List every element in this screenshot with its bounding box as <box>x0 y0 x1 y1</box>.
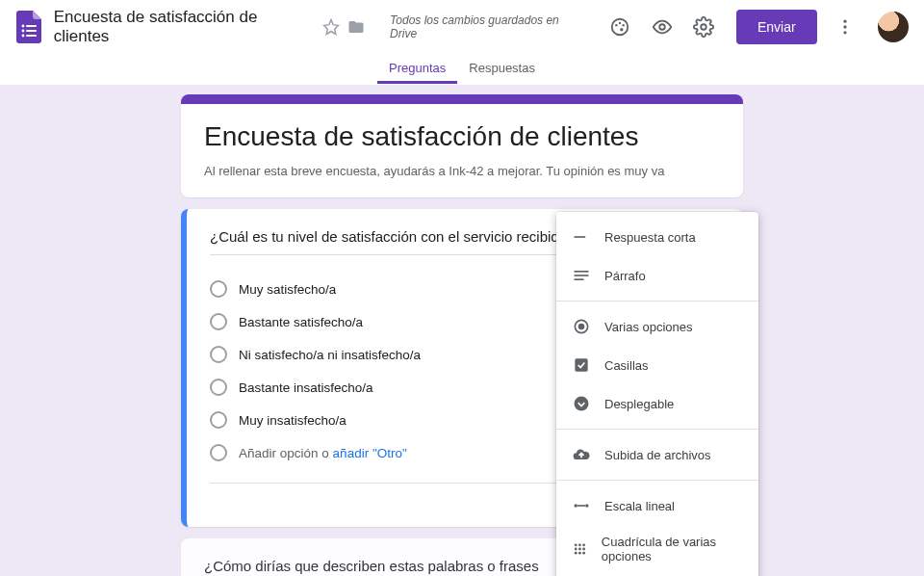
svg-point-30 <box>582 543 585 546</box>
svg-point-35 <box>578 552 581 555</box>
option-label[interactable]: Muy insatisfecho/a <box>239 413 346 428</box>
add-option-or-word: o <box>321 446 329 460</box>
radio-icon <box>210 411 227 429</box>
svg-point-31 <box>575 548 578 551</box>
qtype-mc-grid[interactable]: Cuadrícula de varias opciones <box>556 525 758 573</box>
svg-point-9 <box>622 24 624 26</box>
form-tabs: Preguntas Respuestas <box>0 54 924 85</box>
qtype-checkboxes[interactable]: Casillas <box>556 346 758 384</box>
svg-point-4 <box>21 35 24 38</box>
svg-point-25 <box>575 504 578 507</box>
menu-separator <box>556 429 758 430</box>
svg-point-7 <box>615 24 617 26</box>
forms-logo-icon <box>15 10 42 44</box>
radio-icon <box>210 280 227 298</box>
add-other-link[interactable]: añadir "Otro" <box>333 446 407 460</box>
menu-separator <box>556 301 758 301</box>
svg-point-32 <box>578 548 581 551</box>
send-button[interactable]: Enviar <box>736 10 817 44</box>
svg-point-13 <box>844 20 847 23</box>
form-title-card[interactable]: Encuesta de satisfacción de clientes Al … <box>181 94 743 197</box>
svg-point-34 <box>575 552 578 555</box>
option-label[interactable]: Bastante satisfecho/a <box>239 315 363 329</box>
svg-point-22 <box>578 324 585 330</box>
svg-rect-19 <box>575 275 589 276</box>
star-icon[interactable] <box>322 18 340 36</box>
app-header: Encuesta de satisfacción de clientes Tod… <box>0 0 924 54</box>
svg-point-11 <box>659 24 665 30</box>
svg-rect-1 <box>26 25 37 27</box>
radio-icon <box>210 444 227 461</box>
account-avatar[interactable] <box>878 12 909 42</box>
settings-icon[interactable] <box>686 10 721 44</box>
svg-rect-26 <box>578 505 585 507</box>
option-label[interactable]: Muy satisfecho/a <box>239 282 336 297</box>
doc-title[interactable]: Encuesta de satisfacción de clientes <box>54 8 315 46</box>
svg-point-29 <box>578 543 581 546</box>
svg-point-2 <box>21 30 24 33</box>
tab-questions[interactable]: Preguntas <box>377 54 457 84</box>
svg-rect-5 <box>26 35 37 37</box>
qtype-file-upload[interactable]: Subida de archivos <box>556 435 758 474</box>
radio-icon <box>210 346 227 363</box>
tab-responses[interactable]: Respuestas <box>457 54 547 84</box>
svg-point-12 <box>701 24 706 30</box>
qtype-dropdown[interactable]: Desplegable <box>556 384 758 423</box>
svg-point-10 <box>620 28 623 31</box>
form-title[interactable]: Encuesta de satisfacción de clientes <box>204 121 720 152</box>
theme-icon[interactable] <box>603 10 637 44</box>
qtype-short-answer[interactable]: Respuesta corta <box>556 218 758 256</box>
svg-rect-23 <box>575 358 587 371</box>
question-type-menu: Respuesta corta Párrafo Varias opciones … <box>556 212 758 576</box>
svg-rect-3 <box>26 30 37 32</box>
svg-point-33 <box>582 548 585 551</box>
svg-point-14 <box>844 25 847 28</box>
svg-point-28 <box>575 543 578 546</box>
preview-icon[interactable] <box>645 10 680 44</box>
radio-icon <box>210 379 227 396</box>
svg-rect-18 <box>575 271 589 273</box>
svg-point-6 <box>612 19 629 36</box>
svg-point-8 <box>619 22 621 24</box>
qtype-linear-scale[interactable]: Escala lineal <box>556 486 758 525</box>
menu-separator <box>556 480 758 481</box>
qtype-multiple-choice[interactable]: Varias opciones <box>556 307 758 346</box>
svg-point-15 <box>844 31 847 34</box>
svg-rect-17 <box>575 236 586 238</box>
svg-point-27 <box>585 504 588 507</box>
svg-point-24 <box>575 397 589 411</box>
more-icon[interactable] <box>829 10 863 44</box>
svg-rect-20 <box>575 278 584 280</box>
qtype-paragraph[interactable]: Párrafo <box>556 256 758 295</box>
option-label[interactable]: Ni satisfecho/a ni insatisfecho/a <box>239 348 421 362</box>
form-description[interactable]: Al rellenar esta breve encuesta, ayudará… <box>204 164 720 178</box>
save-status: Todos los cambios guardados en Drive <box>390 13 587 40</box>
add-option-text[interactable]: Añadir opción <box>239 446 319 460</box>
radio-icon <box>210 313 227 330</box>
svg-point-36 <box>582 552 585 555</box>
svg-point-0 <box>21 25 24 28</box>
form-canvas: Encuesta de satisfacción de clientes Al … <box>0 85 924 576</box>
option-label[interactable]: Bastante insatisfecho/a <box>239 380 373 395</box>
folder-icon[interactable] <box>347 18 365 36</box>
